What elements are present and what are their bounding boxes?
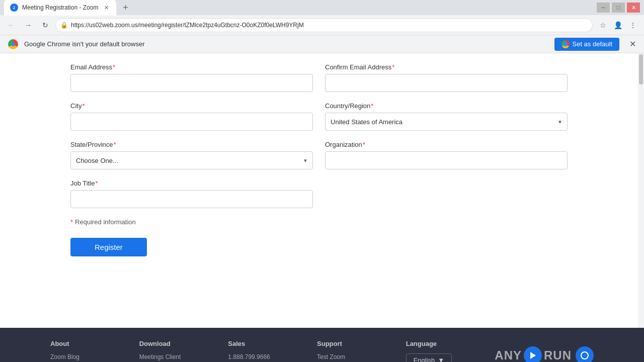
- org-required-star: *: [363, 141, 365, 148]
- job-title-row: Job Title*: [70, 179, 568, 208]
- state-select[interactable]: Choose One...: [70, 151, 313, 169]
- language-dropdown-icon: ▼: [438, 356, 444, 362]
- footer-meetings-client-link[interactable]: Meetings Client: [139, 353, 228, 360]
- footer-language-heading: Language: [406, 340, 495, 347]
- required-info-text: Required information: [75, 218, 136, 226]
- page-content: Email Address* Confirm Email Address* Ci…: [0, 53, 638, 266]
- maximize-button[interactable]: □: [612, 3, 625, 13]
- close-button[interactable]: ✕: [627, 3, 640, 13]
- state-required-star: *: [114, 141, 116, 148]
- footer-language-col: Language English ▼: [406, 340, 495, 362]
- city-group: City*: [70, 102, 313, 131]
- country-group: Country/Region* United States of America: [325, 102, 568, 131]
- anyrun-logo: ANY RUN: [495, 346, 594, 363]
- address-input[interactable]: https://us02web.zoom.us/meeting/register…: [55, 18, 593, 32]
- city-label: City*: [70, 102, 313, 110]
- required-info-row: * Required information: [70, 218, 568, 226]
- set-default-button[interactable]: Set as default: [554, 38, 620, 51]
- confirm-email-group: Confirm Email Address*: [325, 63, 568, 92]
- tab-title: Meeting Registration - Zoom: [22, 4, 98, 11]
- notification-close-button[interactable]: ✕: [629, 39, 636, 49]
- refresh-button[interactable]: ↻: [38, 18, 52, 32]
- notification-bar: Google Chrome isn't your default browser…: [0, 35, 644, 53]
- set-default-label: Set as default: [573, 40, 613, 48]
- job-title-group: Job Title*: [70, 179, 313, 208]
- register-button[interactable]: Register: [70, 238, 147, 256]
- email-label: Email Address*: [70, 63, 313, 71]
- scrollbar[interactable]: [638, 53, 644, 328]
- notification-text: Google Chrome isn't your default browser: [24, 40, 548, 48]
- set-default-chrome-icon: [561, 40, 570, 48]
- active-tab[interactable]: Z Meeting Registration - Zoom ✕: [4, 0, 116, 16]
- svg-point-3: [581, 352, 588, 359]
- footer-sales-col: Sales 1.888.799.9666 Contact Sales: [228, 340, 317, 362]
- minimize-button[interactable]: ─: [597, 3, 610, 13]
- state-select-wrapper: Choose One...: [70, 151, 313, 169]
- anyrun-text: ANY: [495, 348, 522, 363]
- bookmark-icon[interactable]: ☆: [596, 18, 610, 32]
- back-button[interactable]: ←: [4, 18, 18, 32]
- email-input[interactable]: [70, 74, 313, 92]
- country-label: Country/Region*: [325, 102, 568, 110]
- footer-about-col: About Zoom Blog Customers: [50, 340, 139, 362]
- footer-test-zoom-link[interactable]: Test Zoom: [317, 353, 406, 360]
- footer-phone-link[interactable]: 1.888.799.9666: [228, 353, 317, 360]
- country-select[interactable]: United States of America: [325, 113, 568, 131]
- anyrun-play-icon: [524, 346, 542, 363]
- job-required-star: *: [95, 179, 98, 187]
- country-required-star: *: [371, 102, 373, 110]
- new-tab-button[interactable]: +: [118, 1, 132, 15]
- footer-support-heading: Support: [317, 340, 406, 347]
- email-group: Email Address*: [70, 63, 313, 92]
- confirm-email-label: Confirm Email Address*: [325, 63, 568, 71]
- page-wrapper: Email Address* Confirm Email Address* Ci…: [0, 53, 644, 328]
- city-required-star: *: [82, 102, 85, 110]
- profile-icon[interactable]: 👤: [611, 18, 625, 32]
- organization-group: Organization*: [325, 141, 568, 169]
- state-label: State/Province*: [70, 141, 313, 148]
- email-required-star: *: [113, 63, 115, 71]
- confirm-email-input[interactable]: [325, 74, 568, 92]
- email-row: Email Address* Confirm Email Address*: [70, 63, 568, 92]
- country-select-wrapper: United States of America: [325, 113, 568, 131]
- content-area: Email Address* Confirm Email Address* Ci…: [0, 53, 638, 328]
- address-bar: ← → ↻ 🔒 https://us02web.zoom.us/meeting/…: [0, 15, 644, 35]
- svg-text:Z: Z: [13, 6, 16, 10]
- window-controls: ─ □ ✕: [597, 3, 640, 13]
- title-bar: Z Meeting Registration - Zoom ✕ + ─ □ ✕: [0, 0, 644, 15]
- lock-icon: 🔒: [60, 22, 68, 29]
- state-org-row: State/Province* Choose One... Organizati…: [70, 141, 568, 169]
- organization-label: Organization*: [325, 141, 568, 148]
- footer-about-heading: About: [50, 340, 139, 347]
- tab-favicon: Z: [10, 4, 18, 12]
- footer-sales-heading: Sales: [228, 340, 317, 347]
- anyrun-run-text: RUN: [544, 348, 572, 363]
- footer-download-heading: Download: [139, 340, 228, 347]
- svg-marker-2: [530, 352, 536, 359]
- required-star-indicator: *: [70, 218, 73, 226]
- language-button[interactable]: English ▼: [406, 353, 452, 362]
- organization-input[interactable]: [325, 151, 568, 169]
- menu-icon[interactable]: ⋮: [626, 18, 640, 32]
- scrollbar-thumb[interactable]: [639, 54, 643, 84]
- state-group: State/Province* Choose One...: [70, 141, 313, 169]
- footer: About Zoom Blog Customers Download Meeti…: [0, 328, 644, 362]
- city-country-row: City* Country/Region* United States of A…: [70, 102, 568, 131]
- job-title-input[interactable]: [70, 190, 313, 208]
- forward-button[interactable]: →: [21, 18, 35, 32]
- city-input[interactable]: [70, 113, 313, 131]
- chrome-logo-icon: [8, 39, 18, 49]
- toolbar-icons: ☆ 👤 ⋮: [596, 18, 640, 32]
- job-title-label: Job Title*: [70, 179, 313, 187]
- footer-download-col: Download Meetings Client Zoom Rooms Clie…: [139, 340, 228, 362]
- anyrun-circle-icon: [576, 346, 594, 363]
- anyrun-logo-area: ANY RUN: [495, 340, 594, 362]
- address-wrapper[interactable]: 🔒 https://us02web.zoom.us/meeting/regist…: [55, 18, 593, 32]
- confirm-email-required-star: *: [392, 63, 394, 71]
- footer-zoom-blog-link[interactable]: Zoom Blog: [50, 353, 139, 360]
- tab-close-button[interactable]: ✕: [102, 4, 110, 12]
- language-value: English: [414, 356, 435, 362]
- footer-support-col: Support Test Zoom Account: [317, 340, 406, 362]
